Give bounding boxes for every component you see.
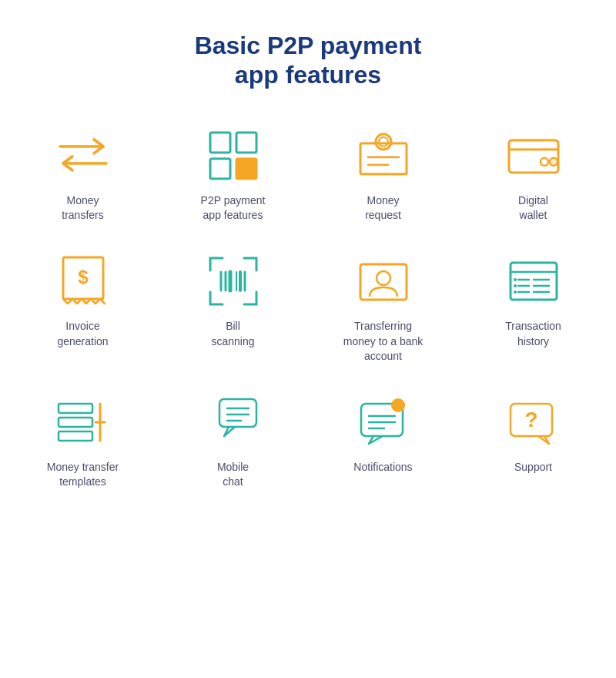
money-transfers-label: Moneytransfers	[62, 193, 103, 223]
svg-text:?: ?	[524, 408, 537, 431]
invoice-generation-icon: $	[52, 254, 114, 308]
card-support: ? Support	[466, 395, 601, 490]
card-digital-wallet: Digitalwallet	[466, 129, 601, 223]
svg-rect-6	[360, 143, 407, 174]
svg-rect-42	[219, 399, 256, 427]
card-money-request: Moneyrequest	[316, 129, 450, 223]
svg-rect-3	[236, 133, 256, 153]
svg-point-25	[377, 271, 390, 285]
svg-point-8	[379, 137, 388, 146]
support-label: Support	[514, 460, 552, 475]
card-money-templates: Money transfertemplates	[15, 395, 150, 490]
money-request-icon	[353, 129, 414, 183]
digital-wallet-label: Digitalwallet	[518, 193, 548, 223]
svg-rect-2	[210, 133, 230, 153]
mobile-chat-label: Mobilechat	[217, 460, 249, 490]
svg-point-36	[514, 290, 517, 294]
bill-scanning-icon	[203, 254, 264, 308]
card-mobile-chat: Mobilechat	[166, 395, 300, 490]
transaction-history-label: Transactionhistory	[505, 319, 561, 349]
svg-rect-4	[210, 159, 230, 179]
svg-point-15	[550, 158, 557, 166]
svg-point-34	[514, 278, 517, 281]
p2p-payment-icon	[203, 129, 264, 183]
bank-transfer-icon	[353, 254, 414, 308]
bank-transfer-label: Transferringmoney to a bankaccount	[343, 319, 424, 364]
svg-rect-24	[360, 264, 407, 300]
invoice-generation-label: Invoicegeneration	[57, 319, 108, 349]
money-templates-icon	[52, 395, 114, 449]
svg-rect-26	[511, 263, 557, 300]
card-bill-scanning: Billscanning	[166, 254, 300, 364]
page-title: Basic P2P payment app features	[195, 31, 422, 90]
svg-rect-5	[236, 159, 256, 179]
mobile-chat-icon	[203, 395, 264, 449]
card-bank-transfer: Transferringmoney to a bankaccount	[316, 254, 450, 364]
support-icon: ?	[503, 395, 564, 449]
money-transfers-icon	[52, 129, 114, 183]
features-grid: Moneytransfers P2P paymentapp features	[15, 129, 601, 490]
svg-rect-39	[59, 431, 92, 441]
svg-point-35	[514, 284, 517, 287]
transaction-history-icon	[503, 254, 564, 308]
svg-rect-11	[509, 140, 558, 173]
svg-point-13	[541, 158, 548, 166]
svg-point-47	[391, 398, 405, 412]
svg-rect-37	[59, 404, 92, 413]
svg-rect-38	[59, 418, 92, 427]
p2p-payment-label: P2P paymentapp features	[201, 193, 266, 223]
notifications-icon	[353, 395, 414, 449]
digital-wallet-icon	[503, 129, 564, 183]
card-notifications: Notifications	[316, 395, 450, 490]
bill-scanning-label: Billscanning	[211, 319, 254, 349]
money-request-label: Moneyrequest	[365, 193, 401, 223]
notifications-label: Notifications	[353, 460, 412, 475]
card-transaction-history: Transactionhistory	[466, 254, 601, 364]
card-p2p-payment: P2P paymentapp features	[166, 129, 300, 223]
svg-text:$: $	[78, 267, 89, 287]
card-invoice-generation: $ Invoicegeneration	[15, 254, 150, 364]
card-money-transfers: Moneytransfers	[15, 129, 150, 223]
money-templates-label: Money transfertemplates	[47, 460, 119, 490]
